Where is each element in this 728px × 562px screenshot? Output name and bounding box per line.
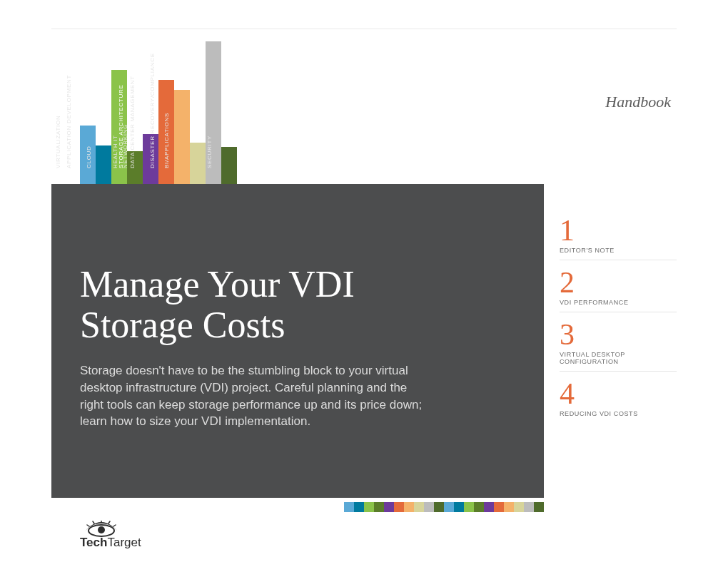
handbook-label: Handbook xyxy=(605,93,671,111)
logo-text-light: Target xyxy=(107,536,141,549)
svg-line-6 xyxy=(113,525,116,526)
title-line-1: Manage Your VDI xyxy=(80,264,355,305)
category-bar: BI/APPLICATIONS xyxy=(190,143,206,184)
svg-line-5 xyxy=(87,525,89,526)
accent-block xyxy=(454,502,464,512)
eye-icon xyxy=(86,521,117,536)
svg-line-4 xyxy=(108,521,110,523)
bar-label: BI/APPLICATIONS xyxy=(163,113,170,168)
top-rule xyxy=(51,29,677,29)
accent-block xyxy=(404,502,414,512)
logo-text-bold: Tech xyxy=(80,536,107,549)
toc-number: 4 xyxy=(560,379,677,409)
accent-block xyxy=(444,502,454,512)
toc-item[interactable]: 4REDUCING VDI COSTS xyxy=(560,379,677,423)
accent-block xyxy=(414,502,424,512)
bar-label: DATA CENTER MANAGEMENT xyxy=(129,76,136,168)
svg-point-0 xyxy=(98,526,105,533)
accent-block xyxy=(484,502,494,512)
page-subtitle: Storage doesn't have to be the stumbling… xyxy=(80,362,430,430)
table-of-contents: 1EDITOR'S NOTE2VDI PERFORMANCE3VIRTUAL D… xyxy=(560,215,677,430)
accent-block xyxy=(394,502,404,512)
accent-block xyxy=(494,502,504,512)
category-bar: DATA CENTER MANAGEMENT xyxy=(174,90,190,184)
hero-panel: Manage Your VDI Storage Costs Storage do… xyxy=(51,184,544,498)
accent-block xyxy=(474,502,484,512)
toc-number: 3 xyxy=(560,320,677,349)
accent-block xyxy=(434,502,444,512)
accent-block xyxy=(514,502,524,512)
accent-block xyxy=(344,502,354,512)
category-bars: VIRTUALIZATIONCLOUDAPPLICATION DEVELOPME… xyxy=(80,34,237,184)
svg-text:TechTarget: TechTarget xyxy=(80,536,141,549)
page: Handbook VIRTUALIZATIONCLOUDAPPLICATION … xyxy=(0,0,728,562)
toc-item[interactable]: 2VDI PERFORMANCE xyxy=(560,267,677,312)
bar-label: APPLICATION DEVELOPMENT xyxy=(66,75,72,168)
bar-label: STORAGE ARCHITECTURE xyxy=(118,85,124,168)
toc-number: 2 xyxy=(560,267,677,297)
accent-block xyxy=(534,502,544,512)
title-line-2: Storage Costs xyxy=(80,305,285,345)
toc-number: 1 xyxy=(560,215,677,245)
accent-block xyxy=(424,502,434,512)
bar-block xyxy=(174,90,190,184)
toc-label: REDUCING VDI COSTS xyxy=(560,410,677,417)
category-bar: SECURITY xyxy=(221,147,237,184)
bar-block xyxy=(190,143,206,184)
accent-block xyxy=(504,502,514,512)
bar-label: DISASTER RECOVERY/COMPLIANCE xyxy=(149,53,156,168)
page-title: Manage Your VDI Storage Costs xyxy=(80,264,355,345)
accent-block xyxy=(464,502,474,512)
bar-block xyxy=(96,145,111,184)
bar-block xyxy=(221,147,237,184)
toc-item[interactable]: 1EDITOR'S NOTE xyxy=(560,215,677,260)
toc-label: VIRTUAL DESKTOP CONFIGURATION xyxy=(560,351,677,365)
toc-label: VDI PERFORMANCE xyxy=(560,299,677,306)
toc-label: EDITOR'S NOTE xyxy=(560,247,677,254)
bar-label: CLOUD xyxy=(86,145,92,168)
category-bar: CLOUD xyxy=(96,145,111,184)
accent-block xyxy=(354,502,364,512)
accent-block xyxy=(374,502,384,512)
accent-color-strip xyxy=(51,502,544,512)
bar-label: SECURITY xyxy=(206,136,213,168)
toc-item[interactable]: 3VIRTUAL DESKTOP CONFIGURATION xyxy=(560,320,677,372)
accent-block xyxy=(384,502,394,512)
accent-block xyxy=(364,502,374,512)
svg-line-3 xyxy=(93,521,94,523)
sheet: Handbook VIRTUALIZATIONCLOUDAPPLICATION … xyxy=(51,29,677,528)
bar-label: VIRTUALIZATION xyxy=(55,116,61,168)
techtarget-logo: TechTarget xyxy=(80,521,164,549)
accent-block xyxy=(524,502,534,512)
